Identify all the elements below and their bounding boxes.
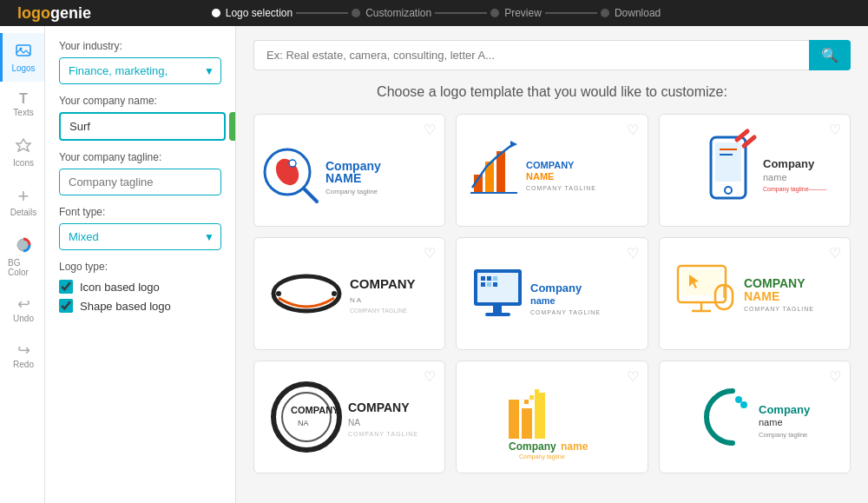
search-bar: 🔍 <box>253 40 851 70</box>
step-label-1: Logo selection <box>226 7 293 19</box>
svg-text:NAME: NAME <box>744 289 779 303</box>
heart-icon-8[interactable]: ♡ <box>627 368 639 385</box>
svg-point-75 <box>735 396 742 403</box>
industry-select-wrapper: Finance, marketing, Technology Healthcar… <box>59 57 221 84</box>
logo-preview-2: COMPANY NAME COMPANY TAGLINE <box>457 115 647 226</box>
app-logo: logogenie <box>17 4 91 23</box>
svg-rect-38 <box>481 276 485 281</box>
search-input[interactable] <box>253 40 809 70</box>
svg-text:Company tagline: Company tagline <box>519 453 565 460</box>
sidebar-item-texts[interactable]: T Texts <box>0 83 44 126</box>
main-layout: Logos T Texts Icons + Details BG Color ↩… <box>0 26 868 503</box>
heart-icon-4[interactable]: ♡ <box>424 245 436 261</box>
logo-preview-6: COMPANY NAME COMPANY TAGLINE <box>660 238 850 349</box>
logo-card-8[interactable]: ♡ Company name Company tagl <box>456 361 648 473</box>
texts-label: Texts <box>13 108 33 117</box>
svg-text:COMPANY TAGLINE: COMPANY TAGLINE <box>350 308 407 314</box>
svg-text:NA: NA <box>350 296 363 304</box>
svg-line-5 <box>304 189 317 202</box>
sidebar-item-icons[interactable]: Icons <box>0 128 44 176</box>
sidebar-item-undo[interactable]: ↩ Undo <box>0 288 44 332</box>
svg-point-60 <box>282 393 331 441</box>
logo-card-7[interactable]: ♡ COMPANY NA COMPANY NA COMPANY TAGLINE <box>253 361 445 473</box>
svg-point-32 <box>332 291 337 296</box>
svg-rect-40 <box>481 282 485 287</box>
heart-icon-9[interactable]: ♡ <box>829 368 841 385</box>
svg-rect-68 <box>535 393 545 439</box>
svg-text:NA: NA <box>348 418 360 427</box>
svg-text:COMPANY: COMPANY <box>291 405 339 415</box>
svg-text:name: name <box>763 172 787 182</box>
icon-based-label[interactable]: Icon based logo <box>80 281 160 294</box>
icons-icon <box>15 136 32 156</box>
svg-text:Company tagline———: Company tagline——— <box>763 186 827 193</box>
svg-text:Company: Company <box>759 403 811 416</box>
step-dot-2 <box>352 9 360 17</box>
heart-icon-1[interactable]: ♡ <box>424 122 436 138</box>
logo-card-1[interactable]: ♡ Company NAME Company tagl <box>253 114 445 227</box>
heart-icon-5[interactable]: ♡ <box>627 245 639 261</box>
logo-card-2[interactable]: ♡ COMPANY NAME <box>456 114 648 227</box>
company-name-label: Your company name: <box>59 95 221 107</box>
svg-point-59 <box>273 384 339 450</box>
svg-rect-71 <box>535 389 539 394</box>
logo-type-section: Logo type: Icon based logo Shape based l… <box>59 261 221 313</box>
svg-text:Company: Company <box>763 157 815 170</box>
logo-card-3[interactable]: ♡ Company <box>659 114 851 227</box>
logo-preview-7: COMPANY NA COMPANY NA COMPANY TAGLINE <box>254 361 444 473</box>
shape-based-checkbox[interactable] <box>59 299 73 313</box>
svg-text:NA: NA <box>298 419 309 427</box>
step-logo-selection: Logo selection <box>212 7 293 19</box>
svg-rect-42 <box>493 282 497 287</box>
control-panel: Your industry: Finance, marketing, Techn… <box>45 26 236 503</box>
svg-rect-21 <box>715 142 741 182</box>
icon-based-checkbox[interactable] <box>59 280 73 294</box>
shape-based-label[interactable]: Shape based logo <box>80 300 171 313</box>
tagline-input[interactable] <box>59 169 221 195</box>
tagline-label: Your company tagline: <box>59 151 221 163</box>
heart-icon-2[interactable]: ♡ <box>627 122 639 138</box>
svg-text:COMPANY TAGLINE: COMPANY TAGLINE <box>348 431 418 437</box>
ok-button[interactable]: OK <box>229 112 236 141</box>
sidebar-item-bgcolor[interactable]: BG Color <box>0 228 44 286</box>
undo-label: Undo <box>13 314 34 323</box>
svg-rect-66 <box>509 400 519 439</box>
svg-point-31 <box>276 291 281 296</box>
section-title: Choose a logo template that you would li… <box>253 84 851 100</box>
redo-label: Redo <box>13 360 34 369</box>
svg-rect-69 <box>524 400 529 404</box>
undo-icon: ↩ <box>17 296 30 312</box>
svg-text:name: name <box>759 417 783 427</box>
progress-line-1 <box>296 12 348 14</box>
font-select[interactable]: Mixed Serif Sans-serif <box>59 223 221 250</box>
logo-text-logo: logo <box>17 4 50 22</box>
sidebar-item-redo[interactable]: ↪ Redo <box>0 334 44 378</box>
search-button[interactable]: 🔍 <box>809 40 851 70</box>
heart-icon-6[interactable]: ♡ <box>829 245 841 261</box>
svg-marker-15 <box>510 141 517 148</box>
logo-preview-5: Company name COMPANY TAGLINE <box>457 238 647 349</box>
heart-icon-7[interactable]: ♡ <box>424 368 436 385</box>
logo-text-genie: genie <box>50 4 91 22</box>
svg-rect-41 <box>493 276 497 281</box>
svg-text:COMPANY: COMPANY <box>348 400 410 414</box>
svg-text:COMPANY: COMPANY <box>526 160 575 170</box>
company-name-input[interactable] <box>59 112 226 141</box>
logo-card-9[interactable]: ♡ Company name Company tagline <box>659 361 851 473</box>
svg-text:NAME: NAME <box>326 171 361 185</box>
industry-select[interactable]: Finance, marketing, Technology Healthcar… <box>59 57 221 84</box>
logos-label: Logos <box>11 63 35 73</box>
logo-card-6[interactable]: ♡ COMPANY <box>659 237 851 350</box>
logo-card-5[interactable]: ♡ <box>456 237 648 350</box>
svg-text:Company: Company <box>509 440 556 453</box>
logo-card-4[interactable]: ♡ COMPANY NA COMPANY TAGLINE <box>253 237 445 350</box>
sidebar-item-logos[interactable]: Logos <box>0 33 44 82</box>
svg-point-24 <box>725 187 732 194</box>
heart-icon-3[interactable]: ♡ <box>829 122 841 138</box>
sidebar-item-details[interactable]: + Details <box>0 178 44 226</box>
step-dot-3 <box>490 9 499 17</box>
svg-point-6 <box>271 155 303 189</box>
details-label: Details <box>10 208 37 217</box>
logo-type-label: Logo type: <box>59 261 221 273</box>
texts-icon: T <box>19 92 28 106</box>
